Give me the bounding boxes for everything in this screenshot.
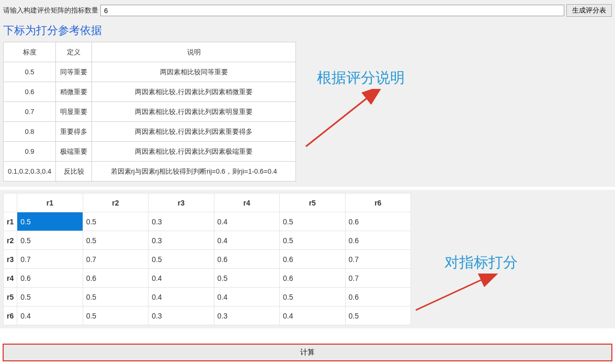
table-row: 0.1,0.2,0.3,0.4反比较若因素rj与因素rj相比较得到判断rij=0…: [4, 162, 296, 181]
ref-cell-desc: 两因素相比较同等重要: [92, 62, 296, 82]
ref-cell-def: 反比较: [56, 162, 92, 181]
grid-col-header: r6: [345, 194, 411, 212]
ref-cell-def: 稍微重要: [56, 82, 92, 102]
grid-col-header: r5: [280, 194, 345, 212]
table-row: 0.8重要得多两因素相比较,行因素比列因素重要得多: [4, 122, 296, 142]
grid-cell[interactable]: 0.5: [345, 306, 411, 325]
ref-cell-desc: 若因素rj与因素rj相比较得到判断rij=0.6，则rji=1-0.6=0.4: [92, 162, 296, 181]
table-row: r10.50.50.30.40.50.6: [4, 212, 411, 231]
grid-cell[interactable]: 0.6: [345, 231, 411, 250]
grid-cell[interactable]: 0.4: [17, 306, 83, 325]
grid-cell[interactable]: 0.6: [280, 269, 345, 288]
grid-cell[interactable]: 0.6: [345, 288, 411, 306]
grid-cell[interactable]: 0.7: [345, 250, 411, 269]
grid-cell[interactable]: 0.5: [280, 288, 345, 306]
reference-section: 标度 定义 说明 0.5同等重要两因素相比较同等重要0.6稍微重要两因素相比较,…: [0, 42, 615, 187]
grid-cell[interactable]: 0.6: [214, 250, 279, 269]
grid-cell[interactable]: 0.6: [83, 269, 148, 288]
grid-row-header: r3: [4, 250, 17, 269]
table-row: 0.7明显重要两因素相比较,行因素比列因素明显重要: [4, 102, 296, 122]
scoring-grid[interactable]: r1r2r3r4r5r6 r10.50.50.30.40.50.6r20.50.…: [3, 193, 411, 325]
grid-col-header: r1: [17, 194, 83, 212]
grid-cell[interactable]: 0.5: [83, 288, 148, 306]
ref-cell-scale: 0.7: [4, 102, 56, 122]
indicator-count-label: 请输入构建评价矩阵的指标数量: [3, 6, 98, 15]
grid-cell[interactable]: 0.3: [149, 231, 214, 250]
table-row: r40.60.60.40.50.60.7: [4, 269, 411, 288]
scoring-section: r1r2r3r4r5r6 r10.50.50.30.40.50.6r20.50.…: [0, 190, 615, 328]
reference-table: 标度 定义 说明 0.5同等重要两因素相比较同等重要0.6稍微重要两因素相比较,…: [3, 42, 296, 181]
top-bar: 请输入构建评价矩阵的指标数量 生成评分表: [0, 0, 615, 20]
grid-cell[interactable]: 0.3: [214, 306, 279, 325]
grid-cell[interactable]: 0.5: [280, 231, 345, 250]
indicator-count-input[interactable]: [100, 5, 564, 16]
ref-header-scale: 标度: [4, 42, 56, 62]
ref-cell-def: 同等重要: [56, 62, 92, 82]
ref-header-def: 定义: [56, 42, 92, 62]
grid-cell[interactable]: 0.5: [149, 250, 214, 269]
grid-cell[interactable]: 0.5: [83, 231, 148, 250]
grid-row-header: r2: [4, 231, 17, 250]
grid-cell[interactable]: 0.4: [214, 288, 279, 306]
grid-col-header: r3: [149, 194, 214, 212]
grid-cell[interactable]: 0.5: [17, 288, 83, 306]
arrow-icon: [301, 89, 390, 152]
ref-cell-scale: 0.8: [4, 122, 56, 142]
ref-cell-desc: 两因素相比较,行因素比列因素稍微重要: [92, 82, 296, 102]
grid-cell[interactable]: 0.4: [280, 306, 345, 325]
ref-cell-desc: 两因素相比较,行因素比列因素明显重要: [92, 102, 296, 122]
grid-cell[interactable]: 0.7: [83, 250, 148, 269]
grid-cell[interactable]: 0.4: [214, 212, 279, 231]
table-row: 0.5同等重要两因素相比较同等重要: [4, 62, 296, 82]
subtitle: 下标为打分参考依据: [0, 20, 615, 42]
grid-col-header: r4: [214, 194, 279, 212]
ref-cell-scale: 0.1,0.2,0.3,0.4: [4, 162, 56, 181]
grid-cell[interactable]: 0.3: [149, 212, 214, 231]
grid-corner: [4, 194, 17, 212]
annotation-desc: 根据评分说明: [317, 68, 405, 88]
generate-table-button[interactable]: 生成评分表: [566, 4, 612, 17]
grid-cell[interactable]: 0.5: [83, 306, 148, 325]
table-row: r60.40.50.30.30.40.5: [4, 306, 411, 325]
grid-cell[interactable]: 0.7: [17, 250, 83, 269]
grid-cell[interactable]: 0.5: [214, 269, 279, 288]
ref-cell-scale: 0.5: [4, 62, 56, 82]
table-row: 0.6稍微重要两因素相比较,行因素比列因素稍微重要: [4, 82, 296, 102]
grid-col-header: r2: [83, 194, 148, 212]
ref-cell-scale: 0.9: [4, 142, 56, 162]
ref-cell-desc: 两因素相比较,行因素比列因素重要得多: [92, 122, 296, 142]
grid-row-header: r5: [4, 288, 17, 306]
arrow-icon: [411, 274, 499, 315]
grid-row-header: r4: [4, 269, 17, 288]
table-row: 0.9极端重要两因素相比较,行因素比列因素极端重要: [4, 142, 296, 162]
svg-line-0: [306, 97, 369, 146]
ref-cell-scale: 0.6: [4, 82, 56, 102]
grid-cell[interactable]: 0.3: [149, 306, 214, 325]
grid-cell[interactable]: 0.4: [149, 288, 214, 306]
svg-line-1: [416, 279, 484, 310]
grid-cell[interactable]: 0.4: [149, 269, 214, 288]
grid-row-header: r6: [4, 306, 17, 325]
table-row: r50.50.50.40.40.50.6: [4, 288, 411, 306]
grid-cell[interactable]: 0.5: [17, 212, 83, 231]
grid-cell[interactable]: 0.4: [214, 231, 279, 250]
grid-cell[interactable]: 0.5: [83, 212, 148, 231]
grid-row-header: r1: [4, 212, 17, 231]
ref-cell-def: 重要得多: [56, 122, 92, 142]
table-row: r30.70.70.50.60.60.7: [4, 250, 411, 269]
grid-cell[interactable]: 0.6: [17, 269, 83, 288]
ref-cell-def: 明显重要: [56, 102, 92, 122]
compute-button[interactable]: 计算: [3, 344, 612, 361]
ref-cell-desc: 两因素相比较,行因素比列因素极端重要: [92, 142, 296, 162]
grid-cell[interactable]: 0.6: [345, 212, 411, 231]
ref-header-desc: 说明: [92, 42, 296, 62]
grid-cell[interactable]: 0.5: [280, 212, 345, 231]
bottom-bar: 计算: [3, 344, 612, 361]
annotation-score: 对指标打分: [445, 253, 518, 272]
ref-cell-def: 极端重要: [56, 142, 92, 162]
grid-cell[interactable]: 0.5: [17, 231, 83, 250]
grid-cell[interactable]: 0.6: [280, 250, 345, 269]
table-row: r20.50.50.30.40.50.6: [4, 231, 411, 250]
grid-cell[interactable]: 0.7: [345, 269, 411, 288]
